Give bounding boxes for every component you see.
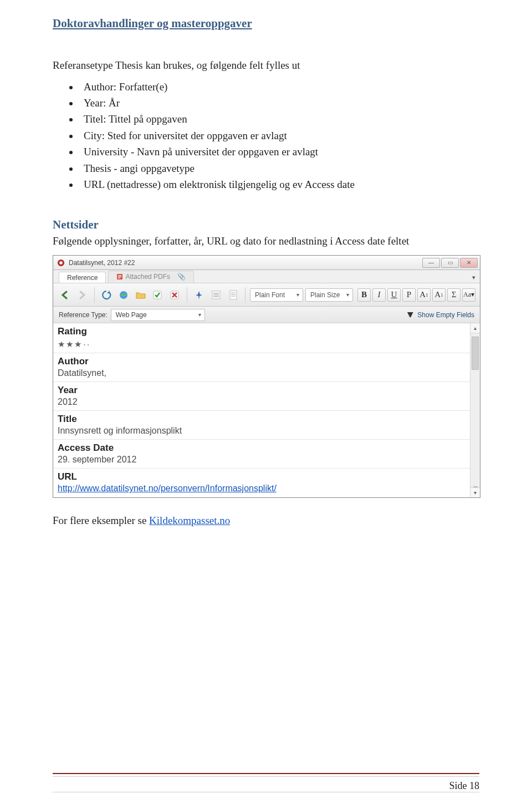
endnote-window: Datatilsynet, 2012 #22 — ▭ ✕ Reference A… <box>53 255 480 498</box>
reference-type-bar: Reference Type: Web Page ⯆ Show Empty Fi… <box>53 307 480 323</box>
tab-reference[interactable]: Reference <box>59 272 106 283</box>
show-empty-label: Show Empty Fields <box>417 311 474 319</box>
svg-rect-13 <box>230 291 237 299</box>
endnote-app-icon <box>57 258 65 267</box>
minimize-button[interactable]: — <box>422 258 440 268</box>
svg-point-1 <box>59 261 63 264</box>
list-icon[interactable] <box>208 287 223 303</box>
tab-attached-pdfs[interactable]: Attached PDFs 📎 <box>108 271 194 283</box>
field-label-author: Author <box>53 353 470 367</box>
star-icon: ★ <box>58 339 65 349</box>
font-size-select[interactable]: Plain Size <box>305 288 353 302</box>
tab-bar: Reference Attached PDFs 📎 ▾ <box>53 270 480 283</box>
url-link[interactable]: http://www.datatilsynet.no/personvern/In… <box>58 484 277 493</box>
field-value-access-date[interactable]: 29. september 2012 <box>53 454 470 467</box>
scroll-up-icon[interactable]: ▴ <box>470 323 480 333</box>
svg-rect-5 <box>118 278 121 278</box>
scroll-down-icon[interactable]: ▾ <box>470 487 480 497</box>
close-button[interactable]: ✕ <box>460 258 478 268</box>
tab-attached-label: Attached PDFs <box>125 273 170 281</box>
tab-overflow-chevron-icon[interactable]: ▾ <box>472 274 475 283</box>
svg-rect-3 <box>118 275 122 276</box>
pin-icon[interactable] <box>192 287 207 303</box>
superscript-button[interactable]: A1 <box>417 288 431 302</box>
page-number: Side 18 <box>53 776 479 792</box>
subscript-button[interactable]: A1 <box>432 288 446 302</box>
bold-button[interactable]: B <box>357 288 371 302</box>
italic-button[interactable]: I <box>372 288 386 302</box>
reference-type-select[interactable]: Web Page <box>111 309 205 321</box>
field-value-year[interactable]: 2012 <box>53 396 470 409</box>
list-item: URL (nettadresse) om elektronisk tilgjen… <box>79 176 479 192</box>
footer-text-prefix: For flere eksempler se <box>53 515 149 526</box>
list-item: Titel: Tittel på oppgaven <box>79 111 479 127</box>
font-select[interactable]: Plain Font <box>250 288 303 302</box>
plain-button[interactable]: P <box>402 288 416 302</box>
field-label-year: Year <box>53 382 470 396</box>
star-icon: ★ <box>74 339 81 349</box>
attachment-clip-icon: 📎 <box>177 273 186 281</box>
maximize-button[interactable]: ▭ <box>441 258 459 268</box>
refresh-icon[interactable] <box>99 287 114 303</box>
list-item: City: Sted for universitet der oppgaven … <box>79 128 479 144</box>
star-icon: ★ <box>66 339 73 349</box>
field-label-title: Title <box>53 411 470 425</box>
reference-type-label: Reference Type: <box>59 311 108 319</box>
field-label-url: URL <box>53 469 470 482</box>
star-empty-icon: • <box>84 342 85 347</box>
footer-paragraph: For flere eksempler se Kildekompasset.no <box>53 513 479 528</box>
field-value-url[interactable]: http://www.datatilsynet.no/personvern/In… <box>53 482 470 496</box>
window-title: Datatilsynet, 2012 #22 <box>69 259 421 267</box>
list-item: University - Navn på universitet der opp… <box>79 144 479 160</box>
rating-stars[interactable]: ★ ★ ★ • • <box>53 337 470 352</box>
svg-rect-4 <box>118 277 122 277</box>
forward-button[interactable] <box>75 287 90 303</box>
back-button[interactable] <box>58 287 73 303</box>
kildekompasset-link[interactable]: Kildekompasset.no <box>149 515 230 526</box>
list-item: Year: År <box>79 95 479 111</box>
list-item: Author: Forfatter(e) <box>79 79 479 95</box>
globe-icon[interactable] <box>116 287 131 303</box>
section-heading-1: Doktoravhandlinger og masteroppgaver <box>53 17 479 30</box>
delete-icon[interactable] <box>167 287 182 303</box>
star-empty-icon: • <box>88 342 89 347</box>
check-icon[interactable] <box>150 287 165 303</box>
page-footer: Side 18 <box>53 773 479 792</box>
bullet-list: Author: Forfatter(e) Year: År Titel: Tit… <box>79 79 479 193</box>
folder-icon[interactable] <box>133 287 148 303</box>
scrollbar[interactable]: ▴ ▾ <box>470 323 480 497</box>
document-icon[interactable] <box>226 287 241 303</box>
list-item: Thesis - angi oppgavetype <box>79 160 479 176</box>
symbol-button[interactable]: Σ <box>447 288 461 302</box>
pdf-icon <box>116 273 123 282</box>
section-heading-2: Nettsider <box>53 218 479 232</box>
case-button[interactable]: Aa ▾ <box>462 288 475 302</box>
toolbar: Plain Font Plain Size B I U P A1 A1 Σ Aa… <box>53 283 480 307</box>
titlebar[interactable]: Datatilsynet, 2012 #22 — ▭ ✕ <box>53 256 480 270</box>
field-label-rating: Rating <box>53 323 470 337</box>
expand-icon: ⯆ <box>407 311 414 319</box>
field-value-author[interactable]: Datatilsynet, <box>53 367 470 380</box>
field-value-title[interactable]: Innsynsrett og informasjonsplikt <box>53 425 470 438</box>
intro-paragraph-1: Referansetype Thesis kan brukes, og følg… <box>53 58 479 73</box>
show-empty-fields-toggle[interactable]: ⯆ Show Empty Fields <box>407 311 474 319</box>
underline-button[interactable]: U <box>387 288 401 302</box>
scroll-thumb[interactable] <box>472 337 479 370</box>
field-label-access-date: Access Date <box>53 440 470 454</box>
intro-paragraph-2: Følgende opplysninger, forfatter, år, UR… <box>53 234 479 249</box>
